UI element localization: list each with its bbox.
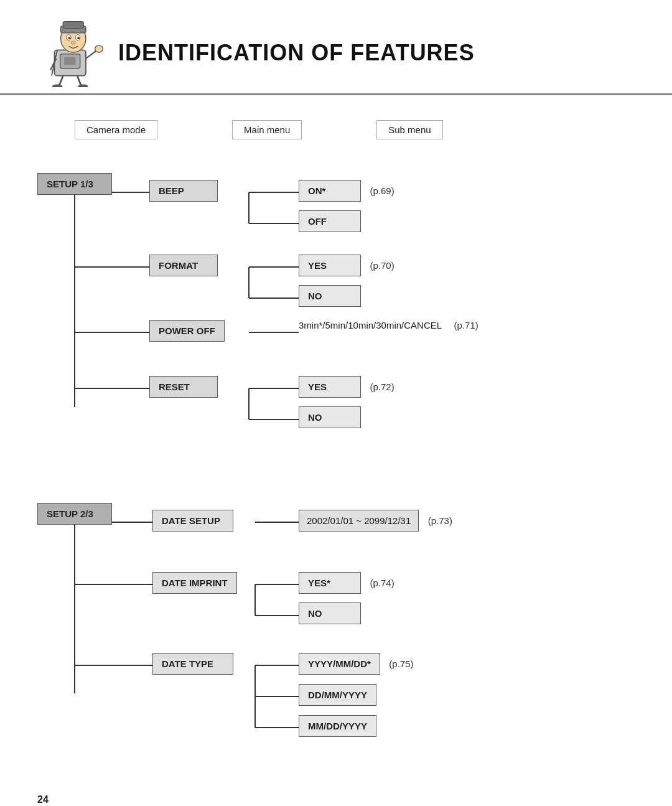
setup2-tree: SETUP 2/3 DATE SETUP 2002/01/01 ~ 2099/1… [37, 488, 597, 756]
datetype-sub2: DD/MM/YYYY [299, 684, 376, 706]
main-content: Camera mode Main menu Sub menu [0, 101, 672, 806]
svg-point-13 [95, 45, 103, 52]
svg-line-15 [59, 76, 63, 86]
legend-main-menu: Main menu [232, 120, 302, 139]
svg-point-17 [52, 84, 62, 87]
setup1-tree: SETUP 1/3 BEEP ON* (p.69) OFF FORMAT YES [37, 158, 597, 457]
poweroff-sub1: 3min*/5min/10min/30min/CANCEL (p.71) [299, 320, 478, 331]
dateimprint-sub1: YES* (p.74) [299, 572, 394, 594]
setup1-label: SETUP 1/3 [37, 173, 112, 195]
svg-point-18 [78, 84, 88, 87]
format-box: FORMAT [149, 255, 218, 276]
svg-point-9 [68, 37, 71, 39]
beep-sub1: ON* (p.69) [299, 180, 394, 202]
datesetup-box: DATE SETUP [152, 510, 233, 532]
svg-point-11 [71, 41, 75, 45]
svg-rect-3 [64, 57, 75, 65]
datetype-sub1: YYYY/MM/DD* (p.75) [299, 653, 414, 675]
datetype-sub3: MM/DD/YYYY [299, 715, 376, 737]
svg-line-16 [77, 76, 81, 86]
svg-point-10 [77, 37, 80, 39]
poweroff-box: POWER OFF [149, 320, 225, 342]
svg-rect-6 [63, 22, 83, 29]
legend-sub-menu: Sub menu [376, 120, 442, 139]
section-setup-1: SETUP 1/3 BEEP ON* (p.69) OFF FORMAT YES [37, 158, 635, 457]
page-header: IDENTIFICATION OF FEATURES [0, 0, 672, 95]
legend-row: Camera mode Main menu Sub menu [75, 120, 635, 139]
setup2-label: SETUP 2/3 [37, 503, 112, 525]
page-title: IDENTIFICATION OF FEATURES [118, 40, 475, 66]
datetype-box: DATE TYPE [152, 653, 233, 675]
reset-box: RESET [149, 376, 218, 398]
legend-camera-mode: Camera mode [75, 120, 157, 139]
page-number: 24 [37, 794, 49, 805]
reset-sub2: NO [299, 406, 361, 428]
datesetup-sub1: 2002/01/01 ~ 2099/12/31 (p.73) [299, 510, 452, 532]
beep-box: BEEP [149, 180, 218, 202]
section-setup-2: SETUP 2/3 DATE SETUP 2002/01/01 ~ 2099/1… [37, 488, 635, 756]
reset-sub1: YES (p.72) [299, 376, 394, 398]
dateimprint-sub2: NO [299, 602, 361, 624]
mascot-icon [37, 19, 106, 87]
beep-sub2: OFF [299, 210, 361, 232]
format-sub1: YES (p.70) [299, 255, 394, 276]
dateimprint-box: DATE IMPRINT [152, 572, 237, 594]
format-sub2: NO [299, 285, 361, 307]
